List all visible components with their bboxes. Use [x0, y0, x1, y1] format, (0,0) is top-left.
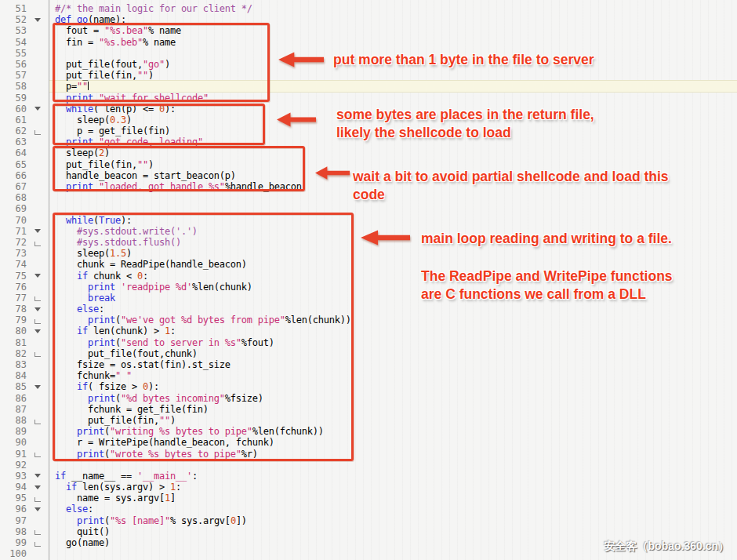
fold-arrow-icon[interactable]	[31, 482, 44, 493]
fold-end-icon	[31, 449, 44, 460]
annotation-label-line: put more than 1 byte in the file to serv…	[333, 51, 594, 69]
fold-end-icon	[31, 537, 44, 548]
annotation-box	[53, 23, 270, 102]
fold-end-icon	[31, 125, 44, 136]
line-number: 52	[0, 14, 27, 25]
token-c: #/* the main logic for our client */	[55, 3, 252, 14]
line-number: 93	[0, 471, 27, 482]
line-number: 71	[0, 226, 27, 237]
line-number: 89	[0, 426, 27, 437]
line-number: 51	[0, 3, 27, 14]
line-number: 87	[0, 404, 27, 415]
code-text: name = sys.argv[1]	[55, 493, 176, 504]
token-t: quit()	[55, 526, 110, 537]
token-n: 0	[231, 515, 236, 526]
line-number: 100	[0, 548, 27, 559]
code-editor[interactable]: 51#/* the main logic for our client */52…	[0, 0, 737, 560]
line-number: 85	[0, 381, 27, 392]
fold-arrow-icon[interactable]	[31, 271, 44, 282]
fold-arrow-icon[interactable]	[31, 104, 44, 115]
fold-arrow-icon[interactable]	[31, 504, 44, 515]
annotation-box	[53, 213, 354, 461]
fold-arrow-icon[interactable]	[31, 325, 44, 336]
token-t: :	[176, 482, 181, 493]
line-number: 90	[0, 437, 27, 448]
line-number: 76	[0, 282, 27, 293]
fold-end-icon	[31, 348, 44, 359]
fold-arrow-icon[interactable]	[31, 471, 44, 482]
left-arrow-icon	[278, 51, 324, 68]
line-number: 96	[0, 504, 27, 515]
line-number: 95	[0, 493, 27, 504]
fold-arrow-icon[interactable]	[31, 304, 44, 315]
code-line[interactable]: 95 name = sys.argv[1]	[0, 493, 737, 504]
line-number: 58	[0, 81, 27, 92]
annotation-label-line: The ReadPipe and WritePipe functions	[421, 267, 673, 285]
annotation-label-line: wait a bit to avoid partial shellcode an…	[353, 168, 669, 186]
line-number: 61	[0, 115, 27, 125]
token-s: '__main__'	[137, 471, 192, 482]
line-number: 74	[0, 259, 27, 270]
code-line[interactable]: 93if __name__ == '__main__':	[0, 471, 737, 482]
line-number: 57	[0, 70, 27, 81]
line-number: 73	[0, 248, 27, 259]
token-t: :	[88, 504, 93, 515]
line-number: 54	[0, 37, 27, 48]
code-line[interactable]: 97 print("%s [name]"% sys.argv[0])	[0, 515, 737, 526]
annotation-box	[53, 104, 265, 145]
token-t	[55, 482, 66, 493]
line-number: 97	[0, 515, 27, 526]
line-number: 68	[0, 192, 27, 203]
code-text: print("%s [name]"% sys.argv[0])	[55, 515, 247, 526]
line-number: 63	[0, 136, 27, 147]
token-n: 1	[165, 493, 170, 504]
line-number: 56	[0, 59, 27, 70]
left-arrow-icon	[315, 165, 350, 180]
fold-arrow-icon[interactable]	[31, 226, 44, 237]
fold-end-icon	[31, 415, 44, 426]
line-number: 53	[0, 25, 27, 36]
token-t: :	[192, 471, 198, 482]
token-t: % sys.argv[	[170, 515, 231, 526]
line-number: 60	[0, 104, 27, 115]
watermark: 安全客（bobao.360.cn）	[604, 540, 729, 554]
line-number: 80	[0, 325, 27, 336]
code-text: #/* the main logic for our client */	[55, 3, 252, 14]
code-line[interactable]: 51#/* the main logic for our client */	[0, 3, 737, 14]
code-line[interactable]: 94 if len(sys.argv) > 1:	[0, 482, 737, 493]
fold-arrow-icon[interactable]	[31, 14, 44, 25]
left-arrow-icon	[361, 229, 410, 246]
annotation-label-line: main loop reading and writing to a file.	[421, 230, 672, 248]
fold-arrow-icon[interactable]	[31, 381, 44, 392]
line-number: 67	[0, 181, 27, 192]
fold-end-icon	[31, 237, 44, 248]
line-number: 94	[0, 482, 27, 493]
code-line[interactable]: 96 else:	[0, 504, 737, 515]
token-n: 1	[170, 482, 176, 493]
line-number: 98	[0, 526, 27, 537]
line-number: 79	[0, 315, 27, 325]
fold-end-icon	[31, 293, 44, 304]
line-number: 55	[0, 48, 27, 59]
annotation-label-line: likely the shellcode to load	[336, 124, 594, 142]
line-number: 65	[0, 159, 27, 170]
annotation-label: The ReadPipe and WritePipe functionsare …	[421, 267, 673, 304]
fold-end-icon	[31, 493, 44, 504]
line-number: 82	[0, 348, 27, 359]
annotation-box	[53, 146, 305, 191]
code-text: else:	[55, 504, 93, 515]
code-text: quit()	[55, 526, 110, 537]
line-number: 78	[0, 304, 27, 315]
token-k: print	[77, 515, 104, 526]
fold-end-icon	[31, 315, 44, 325]
left-arrow-icon	[277, 111, 316, 128]
token-k: if	[55, 471, 66, 482]
token-k: if	[66, 482, 77, 493]
token-t: ])	[236, 515, 247, 526]
token-t: ]	[170, 493, 176, 504]
annotation-label-line: are C functions we call from a DLL	[421, 285, 673, 304]
code-line[interactable]: 98 quit()	[0, 526, 737, 537]
line-number: 66	[0, 170, 27, 181]
fold-end-icon	[31, 526, 44, 537]
line-number: 83	[0, 359, 27, 370]
